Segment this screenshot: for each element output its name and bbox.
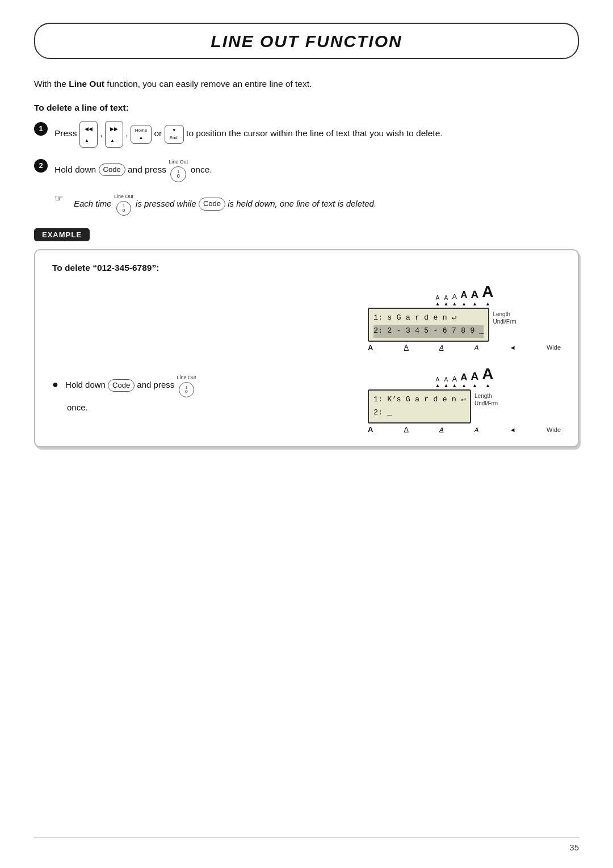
- length-label-2: Length: [475, 393, 498, 399]
- page-bottom-line: [34, 837, 579, 837]
- lcd-display-1: A ▲ A ▲ A ▲ A ▲: [368, 282, 561, 351]
- example-label: EXAMPLE: [34, 228, 90, 241]
- lcd-wrapper-2: 1: K’s G a r d e n ↵ 2: _ Length Undl/Fr…: [368, 389, 561, 423]
- example-hold: Hold down: [65, 380, 108, 389]
- key-end: ▼ End: [165, 125, 184, 144]
- section-heading: To delete a line of text:: [34, 103, 579, 113]
- step-2-number: 2: [34, 159, 48, 173]
- lcd-1-line2: 2: 2 - 3 4 5 - 6 7 8 9 _: [373, 325, 484, 338]
- lcd-1-line1: 1: s G a r d e n ↵: [373, 312, 484, 325]
- example-left: ● Hold down Code and press Line Out 10 o…: [52, 282, 368, 415]
- key-zero-example: 10: [179, 382, 194, 397]
- bottom-A-italic: A: [475, 344, 478, 351]
- step-1-rest: to position the cursor within the line o…: [186, 128, 442, 138]
- undl-label-1: Undl/Frm: [493, 318, 516, 325]
- note-row: ☞ Each time Line Out 10 is pressed while…: [54, 192, 579, 216]
- step-1-or: or: [154, 128, 164, 138]
- size-sm-2: A ▲: [452, 375, 457, 389]
- page-number: 35: [569, 842, 579, 852]
- key-zero-circle: 10: [170, 166, 186, 182]
- note-icon: ☞: [54, 192, 67, 204]
- lcd-wrapper-1: 1: s G a r d e n ↵ 2: 2 - 3 4 5 - 6 7 8 …: [368, 308, 561, 342]
- step-1-content: Press ◀◀▲ , ▶▶▲ , Home ▲ or: [54, 121, 579, 148]
- example-box: To delete “012-345-6789”: ● Hold down Co…: [34, 249, 579, 447]
- lcd-panel-1: 1: s G a r d e n ↵ 2: 2 - 3 4 5 - 6 7 8 …: [368, 308, 489, 342]
- key-lineout-note-wrap: Line Out 10: [114, 192, 133, 216]
- wide-label-2: Wide: [547, 426, 561, 433]
- size-sm-1: A ▲: [452, 292, 457, 307]
- step-2: 2 Hold down Code and press Line Out 10 o…: [34, 158, 579, 182]
- key-lineout-example-wrap: Line Out 10: [177, 373, 196, 397]
- intro-text-before: With the: [34, 79, 69, 89]
- size-med-1: A ▲: [460, 290, 467, 306]
- intro-text-after: function, you can easily remove an entir…: [104, 79, 312, 89]
- example-inner: ● Hold down Code and press Line Out 10 o…: [52, 282, 561, 434]
- bottom-A-italic-2: A: [475, 426, 478, 433]
- comma-1: ,: [100, 128, 105, 138]
- lcd-bottom-row-2: A A A A ◄ Wide: [368, 425, 561, 434]
- key-code-note: Code: [199, 198, 225, 210]
- bottom-A-underline-2: A: [404, 426, 409, 434]
- length-label-1: Length: [493, 311, 516, 317]
- size-big-2: A ▲: [471, 370, 479, 388]
- step-1-press: Press: [54, 128, 79, 138]
- size-row-2: A ▲ A ▲ A ▲ A ▲: [368, 364, 561, 389]
- wide-label-1: Wide: [547, 344, 561, 351]
- size-biggest-1: A ▲: [482, 282, 493, 307]
- lcd-side-labels-2: Length Undl/Frm: [475, 393, 498, 406]
- size-xs-2: A ▲: [443, 295, 448, 307]
- example-title: To delete “012-345-6789”:: [52, 263, 561, 273]
- size-row-1: A ▲ A ▲ A ▲ A ▲: [368, 282, 561, 307]
- size-med-2: A ▲: [460, 372, 467, 388]
- comma-2: ,: [125, 128, 131, 138]
- lcd-bottom-row-1: A A A A ◄ Wide: [368, 343, 561, 352]
- step-1: 1 Press ◀◀▲ , ▶▶▲ , Home ▲ or: [34, 121, 579, 148]
- key-forward-arrow: ▶▶▲: [105, 121, 123, 148]
- bottom-A-bold-2: A: [368, 425, 373, 434]
- note-content: Each time Line Out 10 is pressed while C…: [74, 192, 376, 216]
- example-step: ● Hold down Code and press Line Out 10: [52, 373, 368, 397]
- step-1-number: 1: [34, 122, 48, 136]
- bottom-A-bold: A: [368, 343, 373, 352]
- lcd-2-line2: 2: _: [373, 406, 465, 420]
- example-once: once.: [67, 400, 368, 415]
- lcd-side-labels-1: Length Undl/Frm: [493, 311, 516, 325]
- step-2-once: once.: [191, 164, 212, 174]
- steps-list: 1 Press ◀◀▲ , ▶▶▲ , Home ▲ or: [34, 121, 579, 182]
- step-2-content: Hold down Code and press Line Out 10 onc…: [54, 158, 579, 182]
- size-xs-1: A ▲: [435, 295, 440, 307]
- title-box: LINE OUT FUNCTION: [34, 23, 579, 59]
- bottom-arrow-left-2: ◄: [510, 426, 516, 433]
- key-code-example: Code: [108, 379, 135, 392]
- size-biggest-2: A ▲: [482, 364, 493, 389]
- size-big-1: A ▲: [471, 288, 479, 307]
- key-back-arrow: ◀◀▲: [79, 121, 98, 148]
- bottom-A-italic-underline-2: A: [439, 426, 443, 433]
- size-xs-3: A ▲: [435, 376, 440, 388]
- bottom-arrow-left: ◄: [510, 344, 516, 351]
- key-home: Home ▲: [131, 125, 152, 144]
- key-code-step2: Code: [99, 163, 125, 176]
- example-right: A ▲ A ▲ A ▲ A ▲: [368, 282, 561, 434]
- intro-paragraph: With the Line Out function, you can easi…: [34, 77, 579, 91]
- bottom-A-italic-underline: A: [439, 344, 443, 351]
- example-and-press: and press: [137, 380, 177, 389]
- key-lineout-step2-wrap: Line Out 10: [169, 158, 188, 182]
- page-title: LINE OUT FUNCTION: [211, 32, 402, 51]
- bottom-A-underline: A: [404, 343, 409, 351]
- undl-label-2: Undl/Frm: [475, 400, 498, 406]
- intro-bold: Line Out: [69, 79, 104, 89]
- step-2-and-press: and press: [128, 164, 169, 174]
- lcd-panel-2: 1: K’s G a r d e n ↵ 2: _: [368, 389, 471, 423]
- size-xs-4: A ▲: [443, 376, 448, 388]
- step-2-hold: Hold down: [54, 164, 99, 174]
- lcd-display-2: A ▲ A ▲ A ▲ A ▲: [368, 364, 561, 434]
- key-zero-note: 10: [116, 201, 131, 216]
- lcd-2-line1: 1: K’s G a r d e n ↵: [373, 393, 465, 406]
